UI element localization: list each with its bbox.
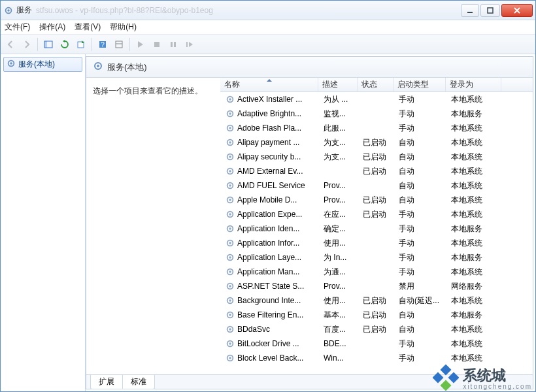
table-row[interactable]: BDdaSvc百度...已启动自动本地系统 [220, 322, 533, 336]
cell-startup: 自动 [395, 180, 447, 191]
separator [37, 38, 38, 51]
cell-name: Application Iden... [222, 224, 320, 233]
maximize-button[interactable] [480, 4, 500, 17]
table-row[interactable]: Background Inte...使用...已启动自动(延迟...本地系统 [220, 293, 533, 308]
cell-desc: 监视... [320, 108, 359, 120]
cell-name: Application Man... [222, 267, 320, 276]
pause-service-button[interactable] [166, 37, 180, 52]
table-row[interactable]: ActiveX Installer ...为从 ...手动本地系统 [220, 92, 533, 106]
cell-logon: 本地系统 [447, 324, 503, 335]
table-row[interactable]: Base Filtering En...基本...已启动自动本地服务 [220, 308, 533, 322]
cell-desc: Prov... [320, 195, 359, 204]
cell-logon: 本地系统 [447, 353, 503, 364]
cell-desc: 为支... [320, 137, 359, 148]
table-row[interactable]: BitLocker Drive ...BDE...手动本地系统 [220, 336, 533, 351]
toolbar: ? [1, 35, 535, 54]
table-row[interactable]: Application Expe...在应...已启动手动本地系统 [220, 207, 533, 221]
table-row[interactable]: Application Iden...确定...手动本地服务 [220, 221, 533, 236]
menu-file[interactable]: 文件(F) [5, 22, 30, 33]
table-row[interactable]: Block Level Back...Win...手动本地系统 [220, 351, 533, 365]
cell-logon: 本地系统 [447, 152, 503, 163]
table-body[interactable]: ActiveX Installer ...为从 ...手动本地系统Adaptiv… [220, 92, 533, 374]
minimize-button[interactable] [461, 4, 479, 17]
cell-logon: 本地系统 [447, 209, 503, 220]
close-button[interactable] [501, 4, 533, 17]
cell-startup: 自动 [395, 324, 447, 335]
column-logon-as[interactable]: 登录为 [446, 78, 501, 91]
refresh-button[interactable] [58, 37, 72, 52]
menu-help[interactable]: 帮助(H) [110, 22, 137, 33]
table-row[interactable]: Application Laye...为 In...手动本地服务 [220, 250, 533, 265]
cell-status: 已启动 [359, 209, 395, 220]
svg-text:?: ? [101, 41, 105, 48]
cell-startup: 手动 [395, 353, 447, 364]
column-name[interactable]: 名称 [220, 78, 318, 91]
start-service-button[interactable] [133, 37, 148, 52]
svg-rect-5 [44, 41, 47, 48]
cell-status: 已启动 [359, 295, 395, 306]
main-pane: 服务(本地) 选择一个项目来查看它的描述。 名称 描述 状态 启动类型 登录为 … [86, 56, 533, 389]
svg-rect-58 [433, 372, 443, 384]
menu-action[interactable]: 操作(A) [39, 22, 65, 33]
cell-name: Application Expe... [222, 210, 320, 219]
cell-startup: 自动(延迟... [395, 295, 447, 306]
tab-standard[interactable]: 标准 [123, 375, 155, 389]
svg-point-44 [229, 270, 231, 273]
tab-extended[interactable]: 扩展 [90, 375, 123, 389]
cell-logon: 本地系统 [447, 180, 503, 191]
table-row[interactable]: Application Infor...使用...手动本地系统 [220, 236, 533, 250]
cell-desc: Win... [320, 353, 359, 363]
table-row[interactable]: Application Man...为通...手动本地系统 [220, 265, 533, 279]
svg-point-38 [229, 227, 231, 230]
svg-rect-9 [116, 41, 122, 48]
table-row[interactable]: AMD FUEL ServiceProv...自动本地系统 [220, 178, 533, 193]
stop-service-button[interactable] [150, 37, 164, 52]
menubar: 文件(F) 操作(A) 查看(V) 帮助(H) [1, 20, 535, 35]
pane-header: 服务(本地) [86, 57, 533, 78]
svg-point-26 [229, 141, 231, 144]
column-description[interactable]: 描述 [318, 78, 358, 91]
cell-desc: 使用... [320, 238, 359, 249]
cell-logon: 本地系统 [447, 195, 503, 206]
tree-root-services[interactable]: 服务(本地) [3, 57, 82, 72]
column-startup-type[interactable]: 启动类型 [394, 78, 446, 91]
cell-startup: 手动 [395, 223, 447, 235]
cell-startup: 手动 [395, 209, 447, 220]
cell-logon: 本地系统 [447, 94, 503, 105]
svg-rect-59 [448, 372, 459, 384]
svg-point-1 [7, 9, 10, 12]
export-list-button[interactable] [74, 37, 88, 52]
table-row[interactable]: Adaptive Brightn...监视...手动本地服务 [220, 106, 533, 121]
cell-name: Background Inte... [222, 296, 320, 305]
back-button[interactable] [3, 37, 18, 52]
cell-desc: Prov... [320, 282, 359, 291]
cell-name: AMD FUEL Service [222, 181, 320, 190]
table-row[interactable]: ASP.NET State S...Prov...禁用网络服务 [220, 279, 533, 293]
titlebar[interactable]: 服务 stfsu.owos - vp-Ifous.php?bl-88?REl&o… [1, 1, 535, 20]
cell-name: ASP.NET State S... [222, 282, 320, 291]
table-row[interactable]: Alipay payment ...为支...已启动自动本地系统 [220, 135, 533, 150]
cell-desc: 使用... [320, 295, 359, 306]
cell-name: Apple Mobile D... [222, 195, 320, 204]
separator [129, 38, 130, 51]
show-hide-tree-button[interactable] [41, 37, 56, 52]
svg-point-42 [229, 256, 231, 259]
cell-status: 已启动 [359, 166, 395, 177]
table-row[interactable]: Apple Mobile D...Prov...已启动自动本地系统 [220, 193, 533, 207]
forward-button[interactable] [20, 37, 34, 52]
cell-startup: 手动 [395, 108, 447, 120]
column-status[interactable]: 状态 [358, 78, 394, 91]
svg-rect-3 [488, 8, 493, 13]
restart-service-button[interactable] [182, 37, 197, 52]
cell-desc: 为支... [320, 152, 359, 163]
svg-point-20 [229, 98, 231, 101]
help-button[interactable]: ? [95, 37, 110, 52]
svg-point-32 [229, 184, 231, 187]
table-row[interactable]: Alipay security b...为支...已启动自动本地系统 [220, 150, 533, 164]
cell-logon: 本地系统 [447, 123, 503, 134]
table-row[interactable]: AMD External Ev...已启动自动本地系统 [220, 164, 533, 178]
table-row[interactable]: Adobe Flash Pla...此服...手动本地系统 [220, 121, 533, 135]
cell-startup: 手动 [395, 123, 447, 134]
properties-button[interactable] [112, 37, 126, 52]
menu-view[interactable]: 查看(V) [75, 22, 101, 33]
